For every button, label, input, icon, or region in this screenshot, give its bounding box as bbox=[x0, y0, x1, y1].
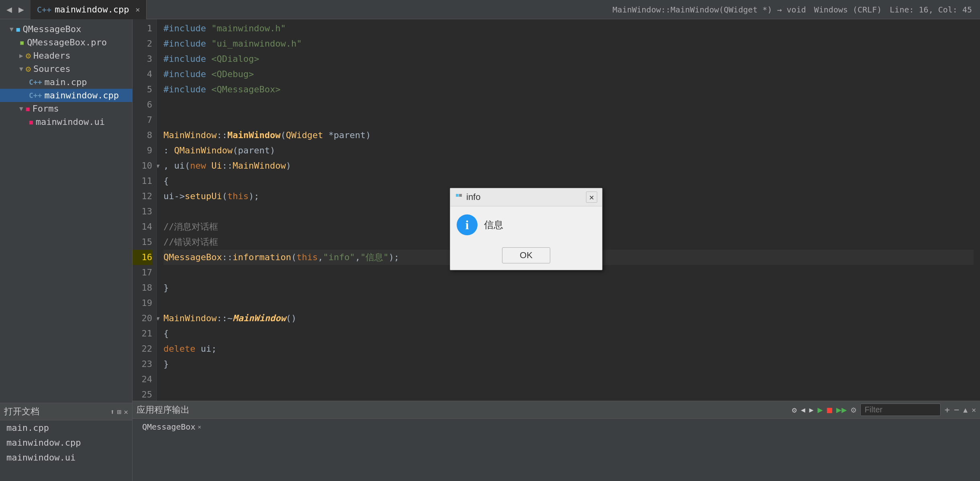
cpp-icon-main: C++ bbox=[29, 78, 42, 86]
doc-item-mainwindow-ui[interactable]: mainwindow.ui bbox=[0, 450, 132, 465]
dialog-message-text: 信息 bbox=[484, 218, 503, 231]
bottom-toolbar: 应用程序输出 ⚙ ◀ ▶ ▶ ■ ▶▶ ⚙ + − ▲ ✕ bbox=[133, 401, 980, 419]
code-line-22: delete ui; bbox=[163, 341, 974, 357]
cpp-file-icon: C++ bbox=[37, 5, 51, 14]
folder-sources-icon: ⚙ bbox=[26, 64, 31, 74]
output-next-icon[interactable]: ▶ bbox=[809, 406, 814, 414]
info-dialog[interactable]: info ✕ i 信息 OK bbox=[450, 188, 602, 270]
code-line-7 bbox=[163, 112, 974, 128]
panel-expand-icon[interactable]: ▲ bbox=[963, 406, 968, 414]
ui-file-icon: ◼ bbox=[29, 118, 33, 126]
bottom-toolbar-controls: ⚙ ◀ ▶ ▶ ■ ▶▶ ⚙ + − ▲ ✕ bbox=[792, 404, 976, 416]
debug-button[interactable]: ▶▶ bbox=[836, 405, 847, 415]
tree-label-mainwindow-cpp: mainwindow.cpp bbox=[45, 90, 119, 100]
bottom-panel: 应用程序输出 ⚙ ◀ ▶ ▶ ■ ▶▶ ⚙ + − ▲ ✕ bbox=[133, 401, 980, 481]
bottom-tab-close[interactable]: ✕ bbox=[198, 424, 201, 430]
tree-item-pro[interactable]: ▪ QMessageBox.pro bbox=[0, 36, 132, 49]
bottom-tab-qmessagebox[interactable]: QMessageBox ✕ bbox=[136, 420, 208, 433]
code-line-11: { bbox=[163, 173, 974, 189]
code-line-18: } bbox=[163, 280, 974, 296]
tree-item-mainwindow-cpp[interactable]: C++ mainwindow.cpp bbox=[0, 89, 132, 102]
code-line-20: ▼ MainWindow::~MainWindow() bbox=[163, 311, 974, 326]
top-tab-bar: ◀ ▶ C++ mainwindow.cpp ✕ MainWindow::Mai… bbox=[0, 0, 980, 19]
expand-arrow-icon: ▼ bbox=[10, 25, 14, 33]
function-breadcrumb: MainWindow::MainWindow(QWidget *) → void bbox=[612, 5, 806, 14]
svg-rect-1 bbox=[459, 194, 462, 197]
doc-item-label-main: main.cpp bbox=[6, 423, 49, 433]
output-filter-icon: ⚙ bbox=[851, 405, 856, 415]
doc-item-label-mainwindow-ui: mainwindow.ui bbox=[6, 452, 76, 463]
code-line-25 bbox=[163, 387, 974, 401]
doc-item-label-mainwindow: mainwindow.cpp bbox=[6, 438, 81, 448]
tree-label-sources: Sources bbox=[33, 64, 71, 74]
output-panel-title: 应用程序输出 bbox=[137, 404, 190, 416]
code-line-4: #include <QDebug> bbox=[163, 67, 974, 82]
tree-item-forms[interactable]: ▼ ◼ Forms bbox=[0, 102, 132, 115]
panel-close-icon[interactable]: ✕ bbox=[124, 408, 128, 416]
sidebar: ▼ ◼ QMessageBox ▪ QMessageBox.pro ▶ ⚙ He… bbox=[0, 19, 133, 481]
filter-input[interactable] bbox=[860, 404, 941, 416]
filter-remove-icon[interactable]: − bbox=[954, 405, 959, 415]
code-line-2: #include "ui_mainwindow.h" bbox=[163, 36, 974, 51]
tab-close-button[interactable]: ✕ bbox=[136, 5, 140, 14]
tree-item-headers[interactable]: ▶ ⚙ Headers bbox=[0, 49, 132, 62]
dialog-footer: OK bbox=[450, 243, 602, 270]
dialog-close-button[interactable]: ✕ bbox=[586, 192, 597, 203]
panel-split-icon[interactable]: ⊞ bbox=[117, 408, 121, 416]
tree-item-main-cpp[interactable]: C++ main.cpp bbox=[0, 75, 132, 89]
code-line-10: ▼ , ui(new Ui::MainWindow) bbox=[163, 158, 974, 173]
dialog-ok-button[interactable]: OK bbox=[502, 247, 550, 263]
code-line-5: #include <QMessageBox> bbox=[163, 82, 974, 97]
main-layout: ▼ ◼ QMessageBox ▪ QMessageBox.pro ▶ ⚙ He… bbox=[0, 19, 980, 481]
expand-arrow-forms-icon: ▼ bbox=[19, 105, 23, 112]
dialog-body: i 信息 bbox=[450, 206, 602, 243]
doc-item-main[interactable]: main.cpp bbox=[0, 420, 132, 435]
output-prev-icon[interactable]: ◀ bbox=[801, 406, 805, 414]
open-docs-title: 打开文档 bbox=[4, 406, 39, 418]
tree-item-sources[interactable]: ▼ ⚙ Sources bbox=[0, 62, 132, 75]
tree-item-mainwindow-ui[interactable]: ◼ mainwindow.ui bbox=[0, 115, 132, 128]
output-settings-icon[interactable]: ⚙ bbox=[792, 405, 797, 415]
bottom-tab-label: QMessageBox bbox=[142, 422, 195, 432]
tree-label-qmessagebox: QMessageBox bbox=[22, 24, 81, 34]
dialog-small-icon bbox=[455, 193, 463, 201]
tree-label-mainwindow-ui: mainwindow.ui bbox=[36, 117, 105, 127]
cpp-icon-mainwindow: C++ bbox=[29, 91, 42, 100]
code-line-8: MainWindow::MainWindow(QWidget *parent) bbox=[163, 128, 974, 143]
panel-close-icon[interactable]: ✕ bbox=[972, 406, 976, 414]
code-view: 12345 678910 1112131415 16 17181920 2122… bbox=[133, 19, 980, 401]
project-icon: ◼ bbox=[16, 25, 20, 33]
stop-button[interactable]: ■ bbox=[827, 405, 832, 415]
nav-back-button[interactable]: ◀ bbox=[4, 4, 14, 16]
code-line-6 bbox=[163, 97, 974, 112]
tree-label-main-cpp: main.cpp bbox=[45, 77, 87, 87]
tab-right-info: MainWindow::MainWindow(QWidget *) → void… bbox=[612, 5, 980, 14]
code-line-23: } bbox=[163, 357, 974, 372]
info-icon: i bbox=[457, 214, 478, 235]
project-tree: ▼ ◼ QMessageBox ▪ QMessageBox.pro ▶ ⚙ He… bbox=[0, 19, 132, 403]
code-line-21: { bbox=[163, 326, 974, 341]
encoding-info: Windows (CRLF) bbox=[814, 5, 882, 14]
folder-headers-icon: ⚙ bbox=[26, 51, 31, 61]
doc-item-mainwindow[interactable]: mainwindow.cpp bbox=[0, 435, 132, 450]
tree-label-headers: Headers bbox=[33, 51, 71, 61]
pro-file-icon: ▪ bbox=[19, 37, 24, 47]
svg-rect-0 bbox=[456, 194, 459, 197]
nav-forward-button[interactable]: ▶ bbox=[16, 4, 27, 16]
line-numbers: 12345 678910 1112131415 16 17181920 2122… bbox=[133, 19, 157, 401]
folder-forms-icon: ◼ bbox=[26, 104, 30, 113]
run-button[interactable]: ▶ bbox=[818, 405, 823, 415]
panel-settings-icon[interactable]: ⬆ bbox=[110, 408, 114, 416]
bottom-tabs: QMessageBox ✕ bbox=[133, 419, 980, 435]
filter-add-icon[interactable]: + bbox=[945, 405, 950, 415]
active-tab[interactable]: C++ mainwindow.cpp ✕ bbox=[31, 0, 147, 19]
tree-label-pro: QMessageBox.pro bbox=[27, 37, 107, 47]
code-line-1: #include "mainwindow.h" bbox=[163, 21, 974, 36]
tab-filename: mainwindow.cpp bbox=[55, 4, 129, 14]
tree-label-forms: Forms bbox=[32, 104, 59, 114]
expand-arrow-headers-icon: ▶ bbox=[19, 52, 23, 59]
editor-area[interactable]: 12345 678910 1112131415 16 17181920 2122… bbox=[133, 19, 980, 481]
tree-item-qmessagebox[interactable]: ▼ ◼ QMessageBox bbox=[0, 22, 132, 36]
code-line-24 bbox=[163, 372, 974, 387]
dialog-titlebar: info ✕ bbox=[450, 188, 602, 206]
